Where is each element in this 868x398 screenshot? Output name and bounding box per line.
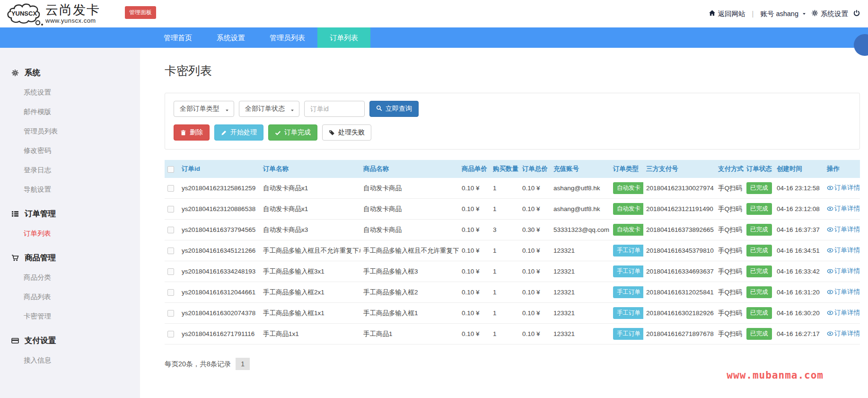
quantity: 1 — [490, 199, 519, 220]
quantity: 1 — [490, 282, 519, 303]
eye-icon — [827, 268, 833, 274]
sidebar-item-邮件模版[interactable]: 邮件模版 — [0, 102, 140, 122]
order-name: 手工商品多输入框且不允许重复下单x1 — [260, 240, 360, 261]
pay-method: 手Q扫码 — [715, 324, 744, 345]
third-party-pay-no: 2018041616271897678 — [643, 324, 715, 345]
row-checkbox[interactable] — [167, 185, 174, 192]
logout-button[interactable] — [853, 9, 860, 18]
page-number-button[interactable]: 1 — [236, 358, 250, 370]
order-detail-link[interactable]: 订单详情 — [827, 267, 860, 275]
开始处理-button[interactable]: 开始处理 — [214, 124, 263, 141]
order-status-badge: 已完成 — [746, 203, 772, 215]
order-detail-link[interactable]: 订单详情 — [827, 225, 860, 234]
sidebar-section-label: 商品管理 — [25, 253, 56, 263]
order-type-value: 全部订单类型 — [180, 105, 219, 113]
table-header-row: 订单id订单名称商品名称商品单价购买数量订单总价充值账号订单类型三方支付号支付方… — [165, 160, 860, 178]
column-header-订单id: 订单id — [179, 160, 260, 178]
sidebar-item-管理员列表[interactable]: 管理员列表 — [0, 122, 140, 141]
sidebar-item-接入信息[interactable]: 接入信息 — [0, 351, 140, 370]
row-checkbox[interactable] — [167, 268, 174, 275]
gear-icon — [11, 69, 19, 77]
created-time: 04-16 23:12:08 — [774, 199, 824, 220]
sidebar-item-登录日志[interactable]: 登录日志 — [0, 160, 140, 180]
created-time: 04-16 23:12:58 — [774, 178, 824, 199]
sidebar-section-title[interactable]: 支付设置 — [0, 331, 140, 351]
order-detail-link[interactable]: 订单详情 — [827, 204, 860, 213]
order-status-badge: 已完成 — [746, 245, 772, 256]
table-row: ys2018041623125861259自动发卡商品x1自动发卡商品0.10 … — [165, 178, 860, 199]
order-detail-label: 订单详情 — [834, 184, 860, 192]
nav-tab-管理首页[interactable]: 管理首页 — [151, 27, 204, 48]
sidebar-section: 支付设置接入信息 — [0, 331, 140, 370]
sidebar-section-title[interactable]: 系统 — [0, 63, 140, 83]
sidebar-section: 订单管理订单列表 — [0, 204, 140, 243]
unit-price: 0.10 ¥ — [459, 261, 490, 282]
select-all-checkbox[interactable] — [167, 166, 174, 173]
sidebar-item-系统设置[interactable]: 系统设置 — [0, 83, 140, 102]
row-checkbox[interactable] — [167, 310, 174, 317]
column-header-创建时间: 创建时间 — [774, 160, 824, 178]
orders-table: 订单id订单名称商品名称商品单价购买数量订单总价充值账号订单类型三方支付号支付方… — [165, 160, 860, 345]
row-checkbox[interactable] — [167, 227, 174, 233]
order-type-badge: 手工订单 — [613, 286, 643, 298]
sidebar-item-导航设置[interactable]: 导航设置 — [0, 180, 140, 199]
sidebar-section-title[interactable]: 商品管理 — [0, 248, 140, 268]
sidebar-item-商品列表[interactable]: 商品列表 — [0, 287, 140, 307]
order-status-select[interactable]: 全部订单状态 — [239, 101, 299, 117]
sidebar-item-卡密管理[interactable]: 卡密管理 — [0, 307, 140, 326]
order-type-badge: 手工订单 — [613, 328, 643, 340]
order-detail-link[interactable]: 订单详情 — [827, 309, 860, 317]
select-all-header — [165, 160, 179, 178]
column-header-三方支付号: 三方支付号 — [643, 160, 715, 178]
订单完成-button[interactable]: 订单完成 — [268, 124, 317, 141]
home-icon — [709, 9, 716, 18]
order-name: 手工商品多输入框1x1 — [260, 303, 360, 324]
recharge-account: 123321 — [551, 261, 610, 282]
divider: | — [752, 10, 754, 18]
nav-tab-管理员列表[interactable]: 管理员列表 — [257, 27, 317, 48]
sidebar-item-修改密码[interactable]: 修改密码 — [0, 141, 140, 160]
created-time: 04-16 16:37:37 — [774, 220, 824, 240]
nav-tab-系统设置[interactable]: 系统设置 — [204, 27, 257, 48]
back-to-site-link[interactable]: 返回网站 — [709, 9, 745, 18]
button-label: 订单完成 — [284, 128, 311, 137]
sidebar-item-商品分类[interactable]: 商品分类 — [0, 268, 140, 287]
row-checkbox[interactable] — [167, 331, 174, 337]
row-checkbox[interactable] — [167, 248, 174, 254]
order-type-badge: 自动发卡 — [613, 224, 643, 236]
column-header-操作: 操作 — [824, 160, 860, 178]
unit-price: 0.10 ¥ — [459, 324, 490, 345]
order-detail-link[interactable]: 订单详情 — [827, 184, 860, 192]
sidebar-section: 商品管理商品分类商品列表卡密管理 — [0, 248, 140, 326]
order-id-input[interactable] — [304, 101, 365, 117]
quantity: 1 — [490, 324, 519, 345]
order-detail-link[interactable]: 订单详情 — [827, 246, 860, 255]
order-id: ys2018041616302074378 — [179, 303, 260, 324]
total-price: 0.10 ¥ — [519, 178, 551, 199]
row-checkbox[interactable] — [167, 206, 174, 212]
order-type-select[interactable]: 全部订单类型 — [174, 101, 234, 117]
nav-tab-订单列表[interactable]: 订单列表 — [317, 27, 370, 48]
order-name: 自动发卡商品x1 — [260, 199, 360, 220]
search-icon — [376, 105, 382, 111]
row-checkbox[interactable] — [167, 289, 174, 296]
system-settings-link[interactable]: 系统设置 — [811, 9, 848, 18]
order-detail-link[interactable]: 订单详情 — [827, 329, 860, 338]
search-button[interactable]: 立即查询 — [369, 101, 419, 117]
order-detail-label: 订单详情 — [834, 246, 860, 255]
third-party-pay-no: 2018041616373892665 — [643, 220, 715, 240]
power-icon — [853, 9, 860, 17]
order-id: ys2018041623120886538 — [179, 199, 260, 220]
删除-button[interactable]: 删除 — [174, 124, 210, 141]
button-label: 处理失败 — [338, 128, 365, 137]
third-party-pay-no: 2018041623130027974 — [643, 178, 715, 199]
filter-panel: 全部订单类型 全部订单状态 立即查询 删除开始处理订单完成处理失败 — [165, 93, 860, 150]
created-time: 04-16 16:31:20 — [774, 282, 824, 303]
order-detail-link[interactable]: 订单详情 — [827, 288, 860, 296]
sidebar-item-订单列表[interactable]: 订单列表 — [0, 224, 140, 243]
处理失败-button[interactable]: 处理失败 — [322, 124, 371, 141]
account-menu[interactable]: 账号 ashang — [760, 9, 807, 18]
sidebar-section-title[interactable]: 订单管理 — [0, 204, 140, 224]
column-header-订单名称: 订单名称 — [260, 160, 360, 178]
unit-price: 0.10 ¥ — [459, 303, 490, 324]
